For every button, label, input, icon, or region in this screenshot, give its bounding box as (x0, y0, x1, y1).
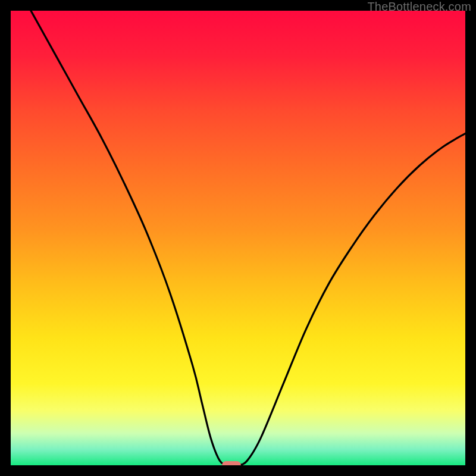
attribution-text: TheBottleneck.com (367, 0, 471, 14)
optimal-marker (222, 461, 241, 465)
chart-stage: TheBottleneck.com (0, 0, 476, 476)
plot-area (11, 11, 465, 465)
bottleneck-curve (11, 11, 465, 465)
